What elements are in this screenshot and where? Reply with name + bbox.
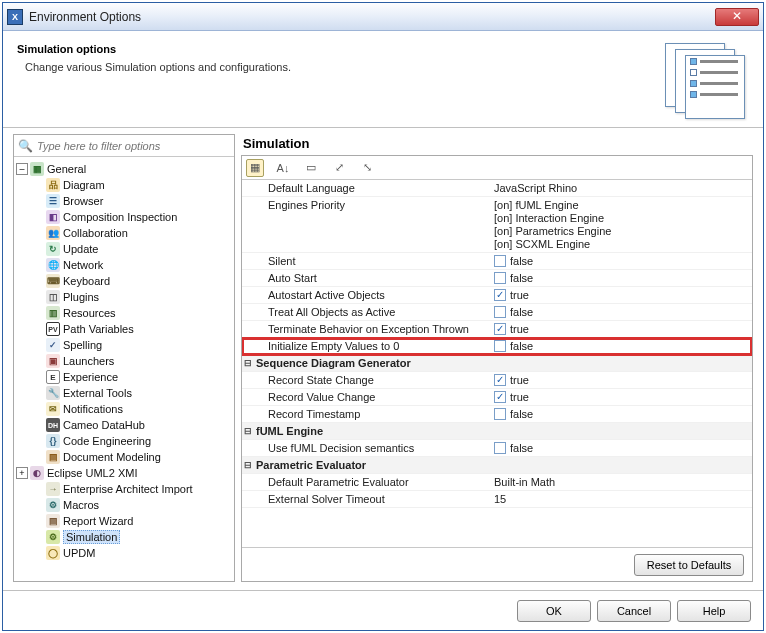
tree-item[interactable]: ▥Resources (16, 305, 232, 321)
collapse-icon[interactable]: ⊟ (242, 426, 254, 436)
tree-item[interactable]: {}Code Engineering (16, 433, 232, 449)
tree-icon: ✓ (46, 338, 60, 352)
tree-icon: 品 (46, 178, 60, 192)
tree-item[interactable]: ☰Browser (16, 193, 232, 209)
checkbox-icon[interactable] (494, 442, 506, 454)
cancel-button[interactable]: Cancel (597, 600, 671, 622)
checkbox-icon[interactable] (494, 374, 506, 386)
right-panel: Simulation ▦ A↓ ▭ ⤢ ⤡ Default LanguageJa… (241, 134, 753, 582)
property-name: Record State Change (254, 372, 492, 388)
reset-to-defaults-button[interactable]: Reset to Defaults (634, 554, 744, 576)
checkbox-icon[interactable] (494, 408, 506, 420)
properties-list[interactable]: Default LanguageJavaScript RhinoEngines … (242, 180, 752, 547)
tree-icon: PV (46, 322, 60, 336)
filter-box[interactable]: 🔍 (14, 135, 234, 157)
property-value[interactable]: false (492, 253, 752, 269)
checkbox-icon[interactable] (494, 340, 506, 352)
sort-az-icon[interactable]: A↓ (274, 159, 292, 177)
tree-item[interactable]: ◧Composition Inspection (16, 209, 232, 225)
property-value[interactable]: false (492, 338, 752, 354)
property-row[interactable]: Silentfalse (242, 253, 752, 270)
help-button[interactable]: Help (677, 600, 751, 622)
collapse-all-icon[interactable]: ⤡ (358, 159, 376, 177)
property-group[interactable]: ⊟fUML Engine (242, 423, 752, 440)
property-value[interactable] (492, 355, 752, 359)
property-value[interactable] (492, 423, 752, 427)
tree-item[interactable]: →Enterprise Architect Import (16, 481, 232, 497)
property-name: Treat All Objects as Active (254, 304, 492, 320)
tree-label: UPDM (63, 547, 95, 559)
tree-item[interactable]: ⚙Macros (16, 497, 232, 513)
close-button[interactable]: ✕ (715, 8, 759, 26)
tree-item[interactable]: ⚙Simulation (16, 529, 232, 545)
tree-item[interactable]: ▤Report Wizard (16, 513, 232, 529)
tree-item[interactable]: ✉Notifications (16, 401, 232, 417)
tree-item[interactable]: DHCameo DataHub (16, 417, 232, 433)
property-value[interactable]: Built-in Math (492, 474, 752, 490)
property-value[interactable]: false (492, 440, 752, 456)
tree-item[interactable]: ▣Launchers (16, 353, 232, 369)
tree-item[interactable]: ◯UPDM (16, 545, 232, 561)
property-row[interactable]: Auto Startfalse (242, 270, 752, 287)
collapse-icon[interactable]: ⊟ (242, 358, 254, 368)
checkbox-icon[interactable] (494, 272, 506, 284)
property-row[interactable]: Default Parametric EvaluatorBuilt-in Mat… (242, 474, 752, 491)
tree-item[interactable]: ✓Spelling (16, 337, 232, 353)
checkbox-icon[interactable] (494, 391, 506, 403)
tree-item[interactable]: 品Diagram (16, 177, 232, 193)
tree-item[interactable]: PVPath Variables (16, 321, 232, 337)
property-row[interactable]: Record Timestampfalse (242, 406, 752, 423)
checkbox-icon[interactable] (494, 289, 506, 301)
tree-icon: ⚙ (46, 530, 60, 544)
property-value[interactable]: false (492, 304, 752, 320)
property-row[interactable]: Default LanguageJavaScript Rhino (242, 180, 752, 197)
tree-label: Eclipse UML2 XMI (47, 467, 137, 479)
tree-item[interactable]: 👥Collaboration (16, 225, 232, 241)
property-value[interactable]: true (492, 372, 752, 388)
property-value[interactable]: false (492, 406, 752, 422)
collapse-icon[interactable]: ⊟ (242, 460, 254, 470)
checkbox-icon[interactable] (494, 323, 506, 335)
property-row[interactable]: Use fUML Decision semanticsfalse (242, 440, 752, 457)
property-row[interactable]: Record Value Changetrue (242, 389, 752, 406)
property-group[interactable]: ⊟Parametric Evaluator (242, 457, 752, 474)
property-value[interactable]: true (492, 321, 752, 337)
tree-item[interactable]: EExperience (16, 369, 232, 385)
property-value[interactable]: true (492, 287, 752, 303)
property-row[interactable]: External Solver Timeout15 (242, 491, 752, 508)
tree-item[interactable]: ◫Plugins (16, 289, 232, 305)
tree-item[interactable]: –▦General (16, 161, 232, 177)
tree-label: Resources (63, 307, 116, 319)
property-row[interactable]: Record State Changetrue (242, 372, 752, 389)
property-value[interactable]: false (492, 270, 752, 286)
property-row[interactable]: Treat All Objects as Activefalse (242, 304, 752, 321)
checkbox-icon[interactable] (494, 255, 506, 267)
expand-all-icon[interactable]: ⤢ (330, 159, 348, 177)
tree-label: Path Variables (63, 323, 134, 335)
tree-item[interactable]: ⌨Keyboard (16, 273, 232, 289)
property-row[interactable]: Engines Priority[on] fUML Engine[on] Int… (242, 197, 752, 253)
ok-button[interactable]: OK (517, 600, 591, 622)
property-group[interactable]: ⊟Sequence Diagram Generator (242, 355, 752, 372)
tree-item[interactable]: 🔧External Tools (16, 385, 232, 401)
property-value[interactable]: 15 (492, 491, 752, 507)
options-tree[interactable]: –▦General品Diagram☰Browser◧Composition In… (14, 157, 234, 581)
checkbox-icon[interactable] (494, 306, 506, 318)
property-row[interactable]: Autostart Active Objectstrue (242, 287, 752, 304)
titlebar[interactable]: X Environment Options ✕ (3, 3, 763, 31)
property-row[interactable]: Initialize Empty Values to 0false (242, 338, 752, 355)
property-value[interactable]: [on] fUML Engine[on] Interaction Engine[… (492, 197, 752, 252)
categorize-icon[interactable]: ▦ (246, 159, 264, 177)
property-value[interactable]: JavaScript Rhino (492, 180, 752, 196)
filter-input[interactable] (37, 140, 230, 152)
tree-item[interactable]: ↻Update (16, 241, 232, 257)
property-row[interactable]: Terminate Behavior on Exception Throwntr… (242, 321, 752, 338)
property-value[interactable] (492, 457, 752, 461)
property-name: Engines Priority (254, 197, 492, 213)
tree-icon: 🌐 (46, 258, 60, 272)
tree-item[interactable]: +◐Eclipse UML2 XMI (16, 465, 232, 481)
tree-item[interactable]: ▤Document Modeling (16, 449, 232, 465)
property-value[interactable]: true (492, 389, 752, 405)
tree-item[interactable]: 🌐Network (16, 257, 232, 273)
description-toggle-icon[interactable]: ▭ (302, 159, 320, 177)
